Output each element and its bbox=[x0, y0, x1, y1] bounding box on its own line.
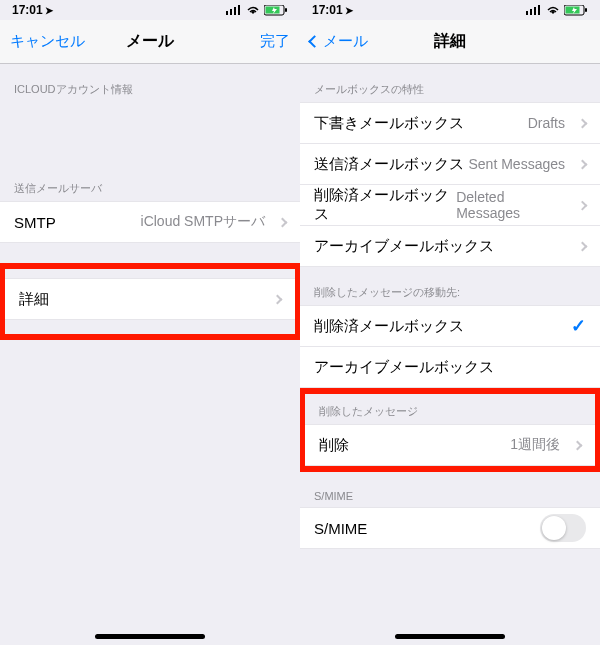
wifi-icon bbox=[546, 5, 560, 15]
left-phone: 17:01➤ キャンセル メール 完了 ICLOUDアカウント情報 送信メールサ… bbox=[0, 0, 300, 645]
smime-switch[interactable] bbox=[540, 514, 586, 542]
highlight-advanced: 詳細 bbox=[0, 263, 300, 340]
chevron-left-icon bbox=[308, 35, 321, 48]
battery-icon bbox=[564, 5, 588, 16]
deleted-label: 削除済メールボックス bbox=[314, 186, 456, 224]
sent-value: Sent Messages bbox=[469, 156, 587, 172]
smime-section-header: S/MIME bbox=[300, 472, 600, 508]
wifi-icon bbox=[246, 5, 260, 15]
drafts-label: 下書きメールボックス bbox=[314, 114, 464, 133]
moveto-archive-label: アーカイブメールボックス bbox=[314, 358, 494, 377]
drafts-value: Drafts bbox=[528, 115, 586, 131]
svg-rect-7 bbox=[526, 11, 528, 15]
deleted-row[interactable]: 削除済メールボックス Deleted Messages bbox=[300, 184, 600, 226]
highlight-deleted: 削除したメッセージ 削除 1週間後 bbox=[300, 388, 600, 472]
delete-label: 削除 bbox=[319, 436, 349, 455]
deleted-section-header: 削除したメッセージ bbox=[305, 394, 595, 425]
moveto-deleted-label: 削除済メールボックス bbox=[314, 317, 464, 336]
status-bar: 17:01➤ bbox=[300, 0, 600, 20]
archive-row[interactable]: アーカイブメールボックス bbox=[300, 225, 600, 267]
moveto-archive-row[interactable]: アーカイブメールボックス bbox=[300, 346, 600, 388]
status-right bbox=[526, 5, 588, 16]
done-button[interactable]: 完了 bbox=[220, 32, 290, 51]
svg-rect-9 bbox=[534, 7, 536, 15]
right-phone: 17:01➤ メール 詳細 メールボックスの特性 下書きメールボックス Draf… bbox=[300, 0, 600, 645]
moveto-deleted-row[interactable]: 削除済メールボックス ✓ bbox=[300, 305, 600, 347]
svg-rect-10 bbox=[538, 5, 540, 15]
chevron-right-icon bbox=[278, 217, 288, 227]
location-icon: ➤ bbox=[345, 5, 353, 16]
archive-label: アーカイブメールボックス bbox=[314, 237, 494, 256]
svg-rect-8 bbox=[530, 9, 532, 15]
svg-rect-3 bbox=[238, 5, 240, 15]
cancel-button[interactable]: キャンセル bbox=[10, 32, 85, 51]
svg-rect-6 bbox=[285, 8, 287, 12]
smtp-label: SMTP bbox=[14, 214, 56, 231]
location-icon: ➤ bbox=[45, 5, 53, 16]
advanced-row[interactable]: 詳細 bbox=[5, 278, 295, 320]
mailbox-section-header: メールボックスの特性 bbox=[300, 64, 600, 103]
check-icon: ✓ bbox=[571, 315, 586, 337]
nav-bar-left: キャンセル メール 完了 bbox=[0, 20, 300, 64]
battery-icon bbox=[264, 5, 288, 16]
drafts-row[interactable]: 下書きメールボックス Drafts bbox=[300, 102, 600, 144]
chevron-right-icon bbox=[273, 294, 283, 304]
smime-label: S/MIME bbox=[314, 520, 367, 537]
outgoing-section-header: 送信メールサーバ bbox=[0, 163, 300, 202]
status-right bbox=[226, 5, 288, 16]
advanced-label: 詳細 bbox=[19, 290, 49, 309]
back-button[interactable]: メール bbox=[310, 32, 380, 51]
moveto-section-header: 削除したメッセージの移動先: bbox=[300, 267, 600, 306]
back-label: メール bbox=[323, 32, 368, 51]
smtp-value: iCloud SMTPサーバ bbox=[141, 213, 286, 231]
nav-bar-right: メール 詳細 bbox=[300, 20, 600, 64]
svg-rect-1 bbox=[230, 9, 232, 15]
chevron-right-icon bbox=[578, 118, 588, 128]
deleted-value: Deleted Messages bbox=[456, 189, 586, 221]
home-indicator[interactable] bbox=[95, 634, 205, 639]
delete-row[interactable]: 削除 1週間後 bbox=[305, 424, 595, 466]
svg-rect-2 bbox=[234, 7, 236, 15]
sent-row[interactable]: 送信済メールボックス Sent Messages bbox=[300, 143, 600, 185]
icloud-section-header: ICLOUDアカウント情報 bbox=[0, 64, 300, 103]
status-time: 17:01➤ bbox=[312, 3, 353, 17]
signal-icon bbox=[226, 5, 242, 15]
svg-rect-0 bbox=[226, 11, 228, 15]
delete-value: 1週間後 bbox=[510, 436, 581, 454]
smime-row[interactable]: S/MIME bbox=[300, 507, 600, 549]
status-time: 17:01➤ bbox=[12, 3, 53, 17]
home-indicator[interactable] bbox=[395, 634, 505, 639]
chevron-right-icon bbox=[578, 159, 588, 169]
signal-icon bbox=[526, 5, 542, 15]
sent-label: 送信済メールボックス bbox=[314, 155, 464, 174]
chevron-right-icon bbox=[578, 241, 588, 251]
smtp-row[interactable]: SMTP iCloud SMTPサーバ bbox=[0, 201, 300, 243]
chevron-right-icon bbox=[578, 200, 588, 210]
svg-rect-13 bbox=[585, 8, 587, 12]
chevron-right-icon bbox=[573, 440, 583, 450]
status-bar: 17:01➤ bbox=[0, 0, 300, 20]
